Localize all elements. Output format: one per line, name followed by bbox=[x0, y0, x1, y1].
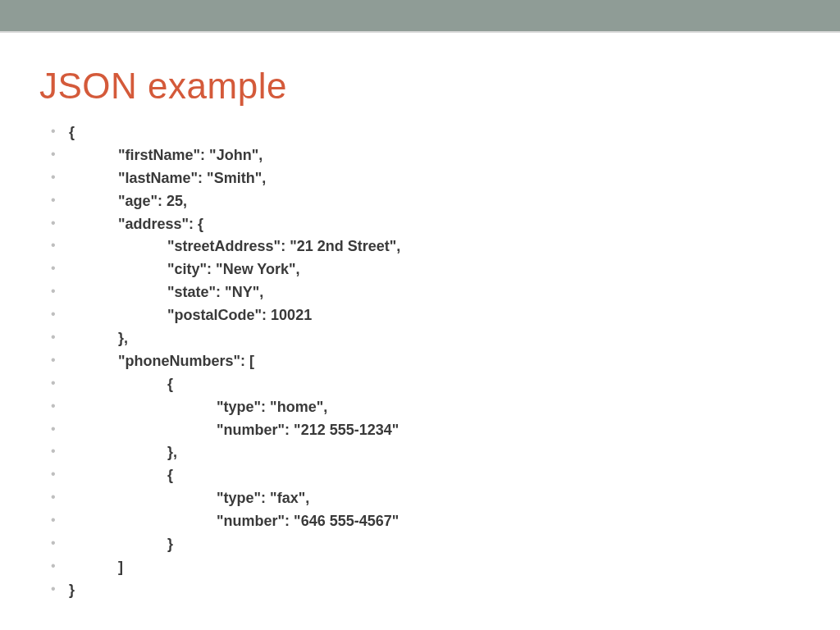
code-line: "streetAddress": "21 2nd Street", bbox=[46, 235, 801, 258]
code-line: "city": "New York", bbox=[46, 258, 801, 281]
code-list: { "firstName": "John", "lastName": "Smit… bbox=[39, 121, 801, 602]
code-line: { bbox=[46, 121, 801, 144]
code-line: { bbox=[46, 464, 801, 487]
code-line: }, bbox=[46, 327, 801, 350]
slide-body: JSON example { "firstName": "John", "las… bbox=[0, 33, 840, 602]
slide-top-bar bbox=[0, 0, 840, 33]
code-line: } bbox=[46, 533, 801, 556]
code-line: "type": "fax", bbox=[46, 487, 801, 510]
code-line: "postalCode": 10021 bbox=[46, 304, 801, 327]
code-line: "address": { bbox=[46, 213, 801, 236]
code-line: "age": 25, bbox=[46, 190, 801, 213]
code-line: ] bbox=[46, 556, 801, 579]
code-line: }, bbox=[46, 441, 801, 464]
code-line: "number": "212 555-1234" bbox=[46, 419, 801, 442]
code-line: "lastName": "Smith", bbox=[46, 167, 801, 190]
slide-title: JSON example bbox=[39, 66, 801, 107]
code-line: } bbox=[46, 579, 801, 602]
code-line: "firstName": "John", bbox=[46, 144, 801, 167]
code-line: "number": "646 555-4567" bbox=[46, 510, 801, 533]
code-line: "state": "NY", bbox=[46, 281, 801, 304]
code-line: "type": "home", bbox=[46, 396, 801, 419]
code-line: "phoneNumbers": [ bbox=[46, 350, 801, 373]
code-line: { bbox=[46, 373, 801, 396]
